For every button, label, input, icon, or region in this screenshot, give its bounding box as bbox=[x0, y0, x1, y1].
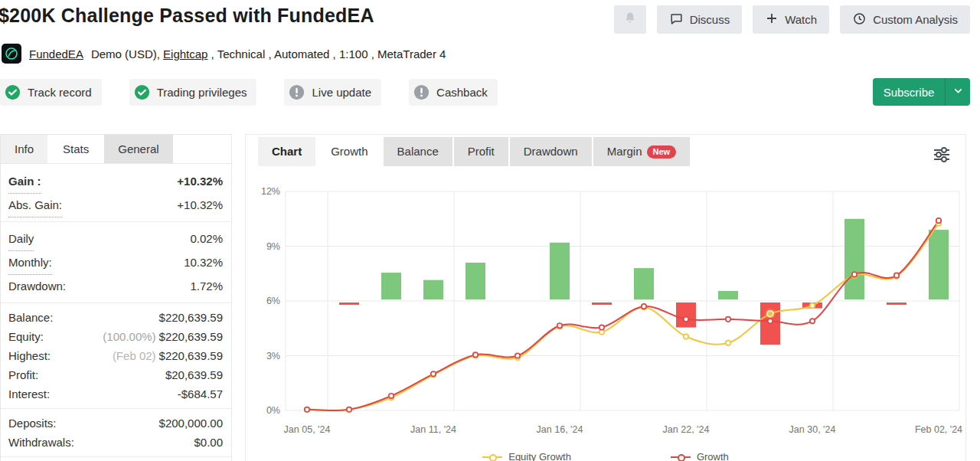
legend-growth[interactable]: Growth bbox=[671, 451, 729, 461]
account-name-link[interactable]: FundedEA bbox=[29, 47, 83, 60]
stat-row-gain: Gain : +10.32% bbox=[8, 169, 223, 193]
stat-row-highest: Highest: (Feb 02)$220,639.59 bbox=[8, 346, 223, 365]
custom-analysis-button[interactable]: Custom Analysis bbox=[840, 5, 970, 34]
svg-text:0%: 0% bbox=[266, 405, 280, 416]
chart-settings-button[interactable] bbox=[929, 142, 955, 170]
stat-row-balance: Balance: $220,639.59 bbox=[8, 308, 223, 327]
stat-value: -$684.57 bbox=[178, 384, 223, 404]
chart-tabs-row: Chart Growth Balance Profit Drawdown Mar… bbox=[246, 135, 965, 170]
account-meta-prefix: Demo (USD), bbox=[91, 47, 163, 60]
badge-live-update[interactable]: Live update bbox=[284, 79, 381, 106]
stat-value-prefix: (Feb 02) bbox=[113, 349, 156, 362]
divider bbox=[1, 408, 231, 409]
tab-margin[interactable]: MarginNew bbox=[593, 137, 690, 166]
badge-trading-privileges[interactable]: Trading privileges bbox=[129, 79, 257, 106]
stats-rows: Gain : +10.32% Abs. Gain: +10.32% Daily … bbox=[1, 164, 231, 457]
discuss-button[interactable]: Discuss bbox=[657, 5, 743, 34]
badge-cashback[interactable]: Cashback bbox=[409, 79, 498, 106]
stat-row-deposits: Deposits: $200,000.00 bbox=[8, 414, 223, 433]
stat-label: Gain : bbox=[8, 169, 41, 194]
exclamation-icon bbox=[289, 84, 305, 100]
account-row: FundedEA Demo (USD), Eightcap , Technica… bbox=[2, 44, 446, 64]
stat-value: 0.02% bbox=[190, 227, 223, 250]
notifications-button[interactable] bbox=[614, 5, 646, 34]
stat-label: Daily bbox=[8, 227, 34, 251]
stat-label: Highest: bbox=[8, 346, 51, 365]
legend-marker-equity bbox=[482, 456, 502, 458]
legend-marker-growth bbox=[671, 456, 691, 458]
stat-value: 1.72% bbox=[190, 274, 223, 298]
svg-text:Jan 16, '24: Jan 16, '24 bbox=[537, 424, 583, 435]
subscribe-dropdown-toggle[interactable] bbox=[945, 78, 970, 106]
legend-label: Growth bbox=[697, 451, 729, 461]
stat-value: $220,639.59 bbox=[159, 308, 223, 327]
tab-drawdown[interactable]: Drawdown bbox=[510, 137, 592, 166]
new-badge: New bbox=[647, 145, 677, 159]
badge-label: Live update bbox=[312, 86, 371, 99]
stat-label: Withdrawals: bbox=[8, 433, 74, 452]
stat-row-abs-gain: Abs. Gain: +10.32% bbox=[8, 193, 223, 217]
stat-value: $20,639.59 bbox=[165, 365, 223, 384]
check-icon bbox=[134, 84, 150, 100]
svg-text:Jan 05, '24: Jan 05, '24 bbox=[284, 424, 331, 435]
sliders-icon bbox=[932, 155, 952, 167]
stat-value: +10.32% bbox=[177, 193, 223, 217]
tab-general[interactable]: General bbox=[104, 135, 172, 163]
tab-stats[interactable]: Stats bbox=[49, 135, 103, 163]
broker-link[interactable]: Eightcap bbox=[163, 47, 207, 60]
chart-panel: Chart Growth Balance Profit Drawdown Mar… bbox=[245, 134, 966, 461]
bell-icon bbox=[622, 11, 638, 28]
account-meta: Demo (USD), Eightcap , Technical , Autom… bbox=[91, 47, 446, 60]
badge-track-record[interactable]: Track record bbox=[0, 79, 102, 106]
svg-text:3%: 3% bbox=[266, 351, 280, 361]
stat-row-daily: Daily 0.02% bbox=[8, 227, 223, 250]
stat-value: +10.32% bbox=[177, 169, 223, 193]
growth-chart[interactable]: 0%3%6%9%12%Jan 05, '24Jan 11, '24Jan 16,… bbox=[246, 168, 967, 461]
svg-text:Jan 30, '24: Jan 30, '24 bbox=[789, 424, 836, 435]
tab-info[interactable]: Info bbox=[1, 135, 47, 163]
svg-text:6%: 6% bbox=[266, 296, 280, 306]
chart-legend: Equity Growth Growth bbox=[246, 451, 965, 461]
svg-text:Jan 11, '24: Jan 11, '24 bbox=[410, 424, 456, 435]
stat-row-profit: Profit: $20,639.59 bbox=[8, 365, 223, 384]
svg-text:9%: 9% bbox=[266, 241, 280, 252]
stat-label: Monthly: bbox=[8, 250, 52, 275]
badges-row: Track record Trading privileges Live upd… bbox=[0, 79, 525, 106]
divider bbox=[1, 456, 231, 457]
divider bbox=[1, 221, 231, 222]
page-title: $200K Challenge Passed with FundedEA bbox=[0, 5, 374, 27]
sidebar-tabs: Info Stats General bbox=[1, 135, 231, 164]
chevron-down-icon bbox=[953, 85, 963, 99]
stats-sidebar: Info Stats General Gain : +10.32% Abs. G… bbox=[0, 134, 232, 461]
svg-text:Jan 22, '24: Jan 22, '24 bbox=[663, 424, 710, 435]
tab-balance[interactable]: Balance bbox=[384, 137, 452, 166]
watch-button[interactable]: Watch bbox=[753, 5, 829, 34]
stat-value: $0.00 bbox=[194, 433, 223, 452]
badge-label: Trading privileges bbox=[157, 86, 247, 99]
stat-row-drawdown: Drawdown: 1.72% bbox=[8, 274, 223, 298]
header-actions: Discuss Watch Custom Analysis bbox=[614, 5, 970, 34]
tab-margin-label: Margin bbox=[607, 145, 642, 158]
tab-profit[interactable]: Profit bbox=[454, 137, 508, 166]
subscribe-label[interactable]: Subscribe bbox=[873, 78, 945, 106]
exclamation-icon bbox=[413, 84, 430, 100]
legend-equity-growth[interactable]: Equity Growth bbox=[482, 451, 571, 461]
check-icon bbox=[5, 84, 21, 100]
stat-label: Equity: bbox=[8, 327, 44, 346]
stat-row-withdrawals: Withdrawals: $0.00 bbox=[8, 433, 223, 452]
legend-label: Equity Growth bbox=[508, 451, 571, 461]
chart-tabs: Chart Growth Balance Profit Drawdown Mar… bbox=[258, 137, 690, 166]
stat-row-interest: Interest: -$684.57 bbox=[8, 384, 223, 404]
tab-chart[interactable]: Chart bbox=[258, 137, 315, 166]
stat-value: $220,639.59 bbox=[159, 349, 223, 362]
stat-label: Profit: bbox=[8, 365, 38, 384]
tab-growth[interactable]: Growth bbox=[317, 137, 381, 166]
subscribe-button[interactable]: Subscribe bbox=[873, 78, 970, 106]
svg-text:12%: 12% bbox=[261, 186, 280, 197]
discuss-label: Discuss bbox=[690, 13, 730, 26]
stat-label: Deposits: bbox=[8, 414, 57, 433]
stat-label: Balance: bbox=[8, 308, 53, 327]
clock-icon bbox=[852, 11, 867, 28]
custom-analysis-label: Custom Analysis bbox=[873, 13, 958, 26]
stat-row-monthly: Monthly: 10.32% bbox=[8, 250, 223, 274]
